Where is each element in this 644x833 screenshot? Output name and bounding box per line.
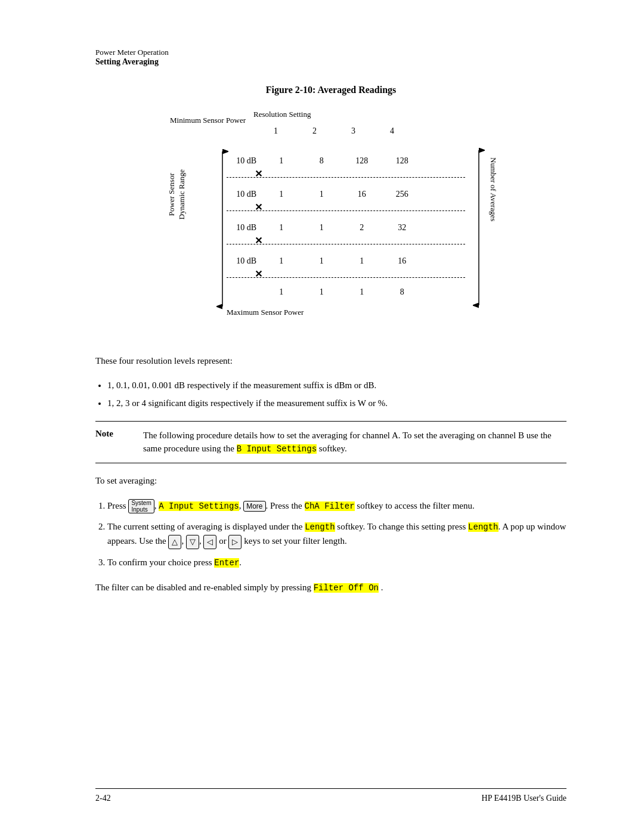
list-item: 1, 0.1, 0.01, 0.001 dB respectively if t…	[107, 379, 566, 392]
note-section: Note The following procedure details how…	[95, 421, 566, 464]
y-label-right: Number of Averages	[488, 157, 498, 301]
more-key[interactable]: More	[243, 501, 265, 512]
page-title: Setting Averaging	[95, 57, 566, 67]
bottom-values: 1 1 1 8	[261, 287, 422, 297]
x-mark-3: ✕	[255, 268, 262, 280]
system-inputs-key[interactable]: SystemInputs	[128, 499, 154, 513]
row-db-2: 10 dB	[227, 223, 256, 233]
row-db-1: 10 dB	[227, 190, 256, 199]
list-item-3: To confirm your choice press Enter.	[107, 555, 566, 569]
val-1-3: 256	[387, 190, 417, 199]
filter-text: The filter can be disabled and re-enable…	[95, 581, 566, 594]
list-item-1: Press SystemInputs, A Input Settings, Mo…	[107, 498, 566, 514]
val-1-0: 1	[267, 190, 296, 199]
bullet-list: 1, 0.1, 0.01, 0.001 dB respectively if t…	[107, 379, 566, 410]
note-highlight: B Input Settings	[237, 444, 317, 454]
note-text: The following procedure details how to s…	[143, 431, 552, 454]
col-header-2: 2	[300, 126, 330, 136]
val-2-0: 1	[267, 223, 296, 233]
resolution-label: Resolution Setting	[253, 110, 311, 119]
val-3-1: 1	[306, 256, 336, 266]
chart-rows: 10 dB 1 8 128 128 ✕ 10 dB 1 1	[227, 144, 465, 304]
bottom-val-0: 1	[267, 287, 296, 297]
val-3-2: 1	[347, 256, 377, 266]
cha-filter-highlight: ChA Filter	[305, 501, 355, 511]
val-2-3: 32	[387, 223, 417, 233]
val-3-3: 16	[387, 256, 417, 266]
list-item: 1, 2, 3 or 4 significant digits respecti…	[107, 397, 566, 410]
col-headers-row: 1 2 3 4	[256, 126, 411, 136]
table-row: 10 dB 1 1 16 256 ✕	[227, 178, 465, 211]
filter-text-before: The filter can be disabled and re-enable…	[95, 583, 311, 592]
page: Power Meter Operation Setting Averaging …	[0, 0, 644, 833]
length-highlight-1: Length	[305, 522, 335, 532]
header-section: Power Meter Operation Setting Averaging	[95, 48, 566, 67]
val-0-3: 128	[387, 156, 417, 166]
min-sensor-label: Minimum Sensor Power	[170, 116, 246, 125]
length-highlight-2: Length	[468, 522, 498, 532]
val-0-1: 8	[306, 156, 336, 166]
row-values-2: 1 1 2 32	[261, 223, 422, 233]
breadcrumb: Power Meter Operation	[95, 48, 566, 57]
row-db-0: 10 dB	[227, 156, 256, 166]
val-1-1: 1	[306, 190, 336, 199]
list-item-2: The current setting of averaging is disp…	[107, 519, 566, 549]
val-2-2: 2	[347, 223, 377, 233]
col-header-3: 3	[339, 126, 369, 136]
numbered-list: Press SystemInputs, A Input Settings, Mo…	[107, 498, 566, 570]
dashed-line-3	[227, 277, 465, 278]
note-suffix-text: softkey.	[319, 444, 347, 453]
figure-title: Figure 2-10: Averaged Readings	[95, 85, 566, 95]
row-values-0: 1 8 128 128	[261, 156, 422, 166]
filter-off-on-highlight: Filter Off On	[314, 583, 379, 593]
enter-highlight: Enter	[214, 558, 239, 568]
table-row: 10 dB 1 1 2 32 ✕	[227, 211, 465, 244]
page-number: 2-42	[95, 794, 111, 803]
y-label-left: Power SensorDynamic Range	[167, 169, 187, 219]
val-3-0: 1	[267, 256, 296, 266]
val-1-2: 16	[347, 190, 377, 199]
col-header-4: 4	[377, 126, 407, 136]
val-0-2: 128	[347, 156, 377, 166]
table-row: 10 dB 1 8 128 128 ✕	[227, 144, 465, 178]
filter-text-after: .	[381, 583, 383, 592]
up-arrow-key[interactable]: △	[168, 535, 181, 550]
a-input-settings-highlight: A Input Settings	[159, 501, 239, 511]
down-arrow-key[interactable]: ▽	[186, 535, 199, 550]
table-row: 10 dB 1 1 1 16 ✕	[227, 244, 465, 278]
row-db-3: 10 dB	[227, 256, 256, 266]
row-values-3: 1 1 1 16	[261, 256, 422, 266]
val-2-1: 1	[306, 223, 336, 233]
footer: 2-42 HP E4419B User's Guide	[95, 788, 566, 803]
body-intro: These four resolution levels represent:	[95, 354, 566, 368]
left-arrow-key[interactable]: ◁	[203, 535, 216, 550]
bottom-row: 1 1 1 8	[227, 280, 465, 304]
chart-area: Resolution Setting Minimum Sensor Power …	[164, 110, 498, 336]
note-label: Note	[95, 429, 143, 456]
bottom-val-2: 1	[347, 287, 377, 297]
guide-title: HP E4419B User's Guide	[482, 794, 566, 803]
figure-container: Resolution Setting Minimum Sensor Power …	[95, 110, 566, 336]
right-arrow-icon	[473, 144, 485, 311]
col-header-1: 1	[261, 126, 291, 136]
set-avg-intro: To set averaging:	[95, 474, 566, 488]
bottom-val-3: 8	[387, 287, 417, 297]
bottom-val-1: 1	[306, 287, 336, 297]
val-0-0: 1	[267, 156, 296, 166]
max-sensor-label: Maximum Sensor Power	[227, 308, 304, 317]
row-values-1: 1 1 16 256	[261, 190, 422, 199]
note-content: The following procedure details how to s…	[143, 429, 566, 456]
right-arrow-key[interactable]: ▷	[228, 535, 242, 550]
